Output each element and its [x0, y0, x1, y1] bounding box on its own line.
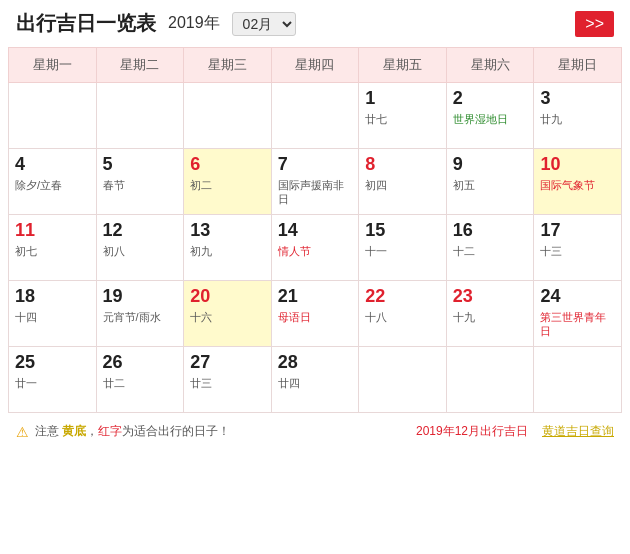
calendar-cell: 15十一 — [359, 215, 447, 281]
cell-sub-text: 国际气象节 — [540, 178, 615, 192]
cell-day-number: 7 — [278, 154, 353, 176]
calendar-cell — [446, 347, 534, 413]
cell-sub-text: 初九 — [190, 244, 265, 258]
calendar-cell: 3廿九 — [534, 83, 622, 149]
calendar-cell: 7国际声援南非日 — [271, 149, 359, 215]
cell-day-number: 1 — [365, 88, 440, 110]
cell-sub-text: 廿四 — [278, 376, 353, 390]
year-label: 2019年 — [168, 13, 220, 34]
calendar-header: 星期一星期二星期三星期四星期五星期六星期日 — [9, 48, 622, 83]
calendar-cell: 11初七 — [9, 215, 97, 281]
calendar-cell: 8初四 — [359, 149, 447, 215]
cell-day-number: 15 — [365, 220, 440, 242]
weekday-header: 星期六 — [446, 48, 534, 83]
calendar-cell: 6初二 — [184, 149, 272, 215]
calendar-cell: 22十八 — [359, 281, 447, 347]
weekday-header: 星期二 — [96, 48, 184, 83]
cell-day-number: 16 — [453, 220, 528, 242]
cell-day-number: 19 — [103, 286, 178, 308]
cell-sub-text: 十九 — [453, 310, 528, 324]
calendar-cell — [184, 83, 272, 149]
calendar-cell — [534, 347, 622, 413]
cell-sub-text: 十二 — [453, 244, 528, 258]
calendar-cell: 5春节 — [96, 149, 184, 215]
weekday-header: 星期三 — [184, 48, 272, 83]
cell-day-number: 22 — [365, 286, 440, 308]
cell-sub-text: 初八 — [103, 244, 178, 258]
cell-day-number: 8 — [365, 154, 440, 176]
cell-sub-text: 初五 — [453, 178, 528, 192]
calendar-row: 1廿七2世界湿地日3廿九 — [9, 83, 622, 149]
cell-day-number: 24 — [540, 286, 615, 308]
cell-sub-text: 世界湿地日 — [453, 112, 528, 126]
cell-day-number: 4 — [15, 154, 90, 176]
cell-day-number: 21 — [278, 286, 353, 308]
calendar-cell: 27廿三 — [184, 347, 272, 413]
page-title: 出行吉日一览表 — [16, 10, 156, 37]
calendar-cell: 28廿四 — [271, 347, 359, 413]
cell-day-number: 23 — [453, 286, 528, 308]
month-select[interactable]: 01月02月03月04月05月06月07月08月09月10月11月12月 — [232, 12, 296, 36]
cell-sub-text: 除夕/立春 — [15, 178, 90, 192]
header: 出行吉日一览表 2019年 01月02月03月04月05月06月07月08月09… — [0, 0, 630, 47]
calendar-cell — [9, 83, 97, 149]
cell-sub-text: 国际声援南非日 — [278, 178, 353, 207]
calendar-cell: 24第三世界青年日 — [534, 281, 622, 347]
calendar-cell: 19元宵节/雨水 — [96, 281, 184, 347]
cell-day-number: 2 — [453, 88, 528, 110]
weekday-header: 星期五 — [359, 48, 447, 83]
weekday-header: 星期日 — [534, 48, 622, 83]
cell-sub-text: 廿一 — [15, 376, 90, 390]
calendar-cell: 20十六 — [184, 281, 272, 347]
calendar-cell: 17十三 — [534, 215, 622, 281]
calendar-row: 18十四19元宵节/雨水20十六21母语日22十八23十九24第三世界青年日 — [9, 281, 622, 347]
calendar-cell — [96, 83, 184, 149]
warn-icon: ⚠ — [16, 424, 29, 440]
cell-day-number: 5 — [103, 154, 178, 176]
calendar-wrap: 星期一星期二星期三星期四星期五星期六星期日 1廿七2世界湿地日3廿九4除夕/立春… — [0, 47, 630, 413]
footer-link[interactable]: 2019年12月出行吉日 — [416, 423, 528, 440]
calendar-cell: 26廿二 — [96, 347, 184, 413]
cell-sub-text: 春节 — [103, 178, 178, 192]
calendar-cell: 14情人节 — [271, 215, 359, 281]
cell-sub-text: 廿三 — [190, 376, 265, 390]
cell-day-number: 12 — [103, 220, 178, 242]
calendar-cell: 13初九 — [184, 215, 272, 281]
cell-sub-text: 初七 — [15, 244, 90, 258]
nav-next-button[interactable]: >> — [575, 11, 614, 37]
cell-sub-text: 初二 — [190, 178, 265, 192]
calendar-cell: 10国际气象节 — [534, 149, 622, 215]
cell-sub-text: 母语日 — [278, 310, 353, 324]
calendar-body: 1廿七2世界湿地日3廿九4除夕/立春5春节6初二7国际声援南非日8初四9初五10… — [9, 83, 622, 413]
calendar-cell: 23十九 — [446, 281, 534, 347]
cell-day-number: 18 — [15, 286, 90, 308]
weekday-header: 星期一 — [9, 48, 97, 83]
footer-link2[interactable]: 黄道吉日查询 — [542, 423, 614, 440]
cell-day-number: 25 — [15, 352, 90, 374]
cell-day-number: 26 — [103, 352, 178, 374]
cell-day-number: 17 — [540, 220, 615, 242]
cell-day-number: 14 — [278, 220, 353, 242]
calendar-row: 25廿一26廿二27廿三28廿四 — [9, 347, 622, 413]
weekday-header: 星期四 — [271, 48, 359, 83]
cell-day-number: 9 — [453, 154, 528, 176]
cell-sub-text: 情人节 — [278, 244, 353, 258]
calendar-cell: 25廿一 — [9, 347, 97, 413]
calendar-cell: 1廿七 — [359, 83, 447, 149]
calendar-cell: 21母语日 — [271, 281, 359, 347]
calendar-row: 4除夕/立春5春节6初二7国际声援南非日8初四9初五10国际气象节 — [9, 149, 622, 215]
cell-day-number: 10 — [540, 154, 615, 176]
calendar-row: 11初七12初八13初九14情人节15十一16十二17十三 — [9, 215, 622, 281]
cell-sub-text: 十六 — [190, 310, 265, 324]
calendar-cell: 12初八 — [96, 215, 184, 281]
cell-sub-text: 廿七 — [365, 112, 440, 126]
calendar-cell: 2世界湿地日 — [446, 83, 534, 149]
footer: ⚠ 注意 黄底，红字为适合出行的日子！ 2019年12月出行吉日 黄道吉日查询 — [0, 413, 630, 446]
cell-sub-text: 廿二 — [103, 376, 178, 390]
calendar-table: 星期一星期二星期三星期四星期五星期六星期日 1廿七2世界湿地日3廿九4除夕/立春… — [8, 47, 622, 413]
cell-sub-text: 元宵节/雨水 — [103, 310, 178, 324]
cell-day-number: 11 — [15, 220, 90, 242]
cell-sub-text: 十一 — [365, 244, 440, 258]
cell-day-number: 6 — [190, 154, 265, 176]
cell-day-number: 27 — [190, 352, 265, 374]
